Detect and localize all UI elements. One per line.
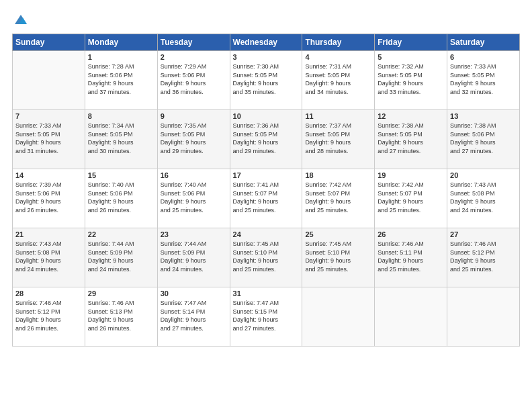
calendar-row: 28Sunrise: 7:46 AM Sunset: 5:12 PM Dayli… bbox=[13, 287, 520, 347]
calendar-cell: 23Sunrise: 7:44 AM Sunset: 5:09 PM Dayli… bbox=[157, 228, 230, 287]
day-number: 17 bbox=[233, 171, 300, 179]
day-number: 2 bbox=[161, 53, 227, 61]
calendar-cell: 9Sunrise: 7:35 AM Sunset: 5:05 PM Daylig… bbox=[157, 110, 230, 169]
day-number: 27 bbox=[450, 230, 517, 238]
calendar-cell: 28Sunrise: 7:46 AM Sunset: 5:12 PM Dayli… bbox=[13, 287, 85, 347]
calendar-cell: 4Sunrise: 7:31 AM Sunset: 5:05 PM Daylig… bbox=[302, 51, 375, 110]
day-number: 20 bbox=[450, 171, 517, 179]
cell-info: Sunrise: 7:30 AM Sunset: 5:05 PM Dayligh… bbox=[233, 62, 300, 96]
calendar-row: 7Sunrise: 7:33 AM Sunset: 5:05 PM Daylig… bbox=[13, 110, 520, 169]
calendar-cell: 15Sunrise: 7:40 AM Sunset: 5:06 PM Dayli… bbox=[85, 169, 157, 228]
weekday-header-sunday: Sunday bbox=[13, 34, 85, 51]
calendar-cell: 2Sunrise: 7:29 AM Sunset: 5:06 PM Daylig… bbox=[157, 51, 230, 110]
cell-info: Sunrise: 7:45 AM Sunset: 5:10 PM Dayligh… bbox=[233, 240, 300, 273]
weekday-header-wednesday: Wednesday bbox=[230, 34, 302, 51]
cell-info: Sunrise: 7:35 AM Sunset: 5:05 PM Dayligh… bbox=[161, 122, 227, 155]
day-number: 9 bbox=[161, 112, 227, 120]
cell-info: Sunrise: 7:46 AM Sunset: 5:11 PM Dayligh… bbox=[378, 240, 444, 273]
calendar-cell bbox=[302, 287, 375, 347]
calendar-cell: 25Sunrise: 7:45 AM Sunset: 5:10 PM Dayli… bbox=[302, 228, 375, 287]
calendar-cell: 27Sunrise: 7:46 AM Sunset: 5:12 PM Dayli… bbox=[447, 228, 520, 287]
calendar-cell: 13Sunrise: 7:38 AM Sunset: 5:06 PM Dayli… bbox=[447, 110, 520, 169]
day-number: 30 bbox=[161, 289, 227, 298]
cell-info: Sunrise: 7:33 AM Sunset: 5:05 PM Dayligh… bbox=[450, 62, 517, 96]
calendar-cell bbox=[375, 287, 447, 347]
cell-info: Sunrise: 7:43 AM Sunset: 5:08 PM Dayligh… bbox=[15, 240, 82, 273]
calendar-cell: 3Sunrise: 7:30 AM Sunset: 5:05 PM Daylig… bbox=[230, 51, 302, 110]
day-number: 7 bbox=[15, 112, 82, 120]
day-number: 25 bbox=[305, 230, 371, 238]
main-container: SundayMondayTuesdayWednesdayThursdayFrid… bbox=[0, 0, 532, 353]
calendar-cell: 12Sunrise: 7:38 AM Sunset: 5:05 PM Dayli… bbox=[375, 110, 447, 169]
cell-info: Sunrise: 7:42 AM Sunset: 5:07 PM Dayligh… bbox=[378, 181, 444, 214]
day-number: 31 bbox=[233, 289, 300, 298]
day-number: 23 bbox=[161, 230, 227, 238]
calendar-row: 14Sunrise: 7:39 AM Sunset: 5:06 PM Dayli… bbox=[13, 169, 520, 228]
cell-info: Sunrise: 7:46 AM Sunset: 5:12 PM Dayligh… bbox=[15, 299, 82, 332]
calendar-cell: 21Sunrise: 7:43 AM Sunset: 5:08 PM Dayli… bbox=[13, 228, 85, 287]
cell-info: Sunrise: 7:34 AM Sunset: 5:05 PM Dayligh… bbox=[88, 122, 154, 155]
day-number: 3 bbox=[233, 53, 300, 61]
day-number: 22 bbox=[88, 230, 154, 238]
weekday-header-tuesday: Tuesday bbox=[157, 34, 230, 51]
calendar-cell: 18Sunrise: 7:42 AM Sunset: 5:07 PM Dayli… bbox=[302, 169, 375, 228]
calendar-cell: 1Sunrise: 7:28 AM Sunset: 5:06 PM Daylig… bbox=[85, 51, 157, 110]
day-number: 10 bbox=[233, 112, 300, 120]
calendar-table: SundayMondayTuesdayWednesdayThursdayFrid… bbox=[12, 34, 520, 347]
calendar-cell: 19Sunrise: 7:42 AM Sunset: 5:07 PM Dayli… bbox=[375, 169, 447, 228]
weekday-header-monday: Monday bbox=[85, 34, 157, 51]
calendar-cell: 24Sunrise: 7:45 AM Sunset: 5:10 PM Dayli… bbox=[230, 228, 302, 287]
cell-info: Sunrise: 7:31 AM Sunset: 5:05 PM Dayligh… bbox=[305, 62, 371, 96]
cell-info: Sunrise: 7:42 AM Sunset: 5:07 PM Dayligh… bbox=[305, 181, 371, 214]
cell-info: Sunrise: 7:44 AM Sunset: 5:09 PM Dayligh… bbox=[88, 240, 154, 273]
day-number: 19 bbox=[378, 171, 444, 179]
day-number: 5 bbox=[378, 53, 444, 61]
cell-info: Sunrise: 7:47 AM Sunset: 5:15 PM Dayligh… bbox=[233, 299, 300, 332]
calendar-cell: 30Sunrise: 7:47 AM Sunset: 5:14 PM Dayli… bbox=[157, 287, 230, 347]
cell-info: Sunrise: 7:29 AM Sunset: 5:06 PM Dayligh… bbox=[161, 62, 227, 96]
weekday-header-row: SundayMondayTuesdayWednesdayThursdayFrid… bbox=[13, 34, 520, 51]
logo-text bbox=[12, 12, 28, 27]
day-number: 16 bbox=[161, 171, 227, 179]
calendar-row: 21Sunrise: 7:43 AM Sunset: 5:08 PM Dayli… bbox=[13, 228, 520, 287]
cell-info: Sunrise: 7:41 AM Sunset: 5:07 PM Dayligh… bbox=[233, 181, 300, 214]
calendar-cell: 14Sunrise: 7:39 AM Sunset: 5:06 PM Dayli… bbox=[13, 169, 85, 228]
cell-info: Sunrise: 7:33 AM Sunset: 5:05 PM Dayligh… bbox=[15, 122, 82, 155]
calendar-cell: 29Sunrise: 7:46 AM Sunset: 5:13 PM Dayli… bbox=[85, 287, 157, 347]
cell-info: Sunrise: 7:38 AM Sunset: 5:05 PM Dayligh… bbox=[378, 122, 444, 155]
calendar-row: 1Sunrise: 7:28 AM Sunset: 5:06 PM Daylig… bbox=[13, 51, 520, 110]
calendar-cell: 31Sunrise: 7:47 AM Sunset: 5:15 PM Dayli… bbox=[230, 287, 302, 347]
calendar-cell: 10Sunrise: 7:36 AM Sunset: 5:05 PM Dayli… bbox=[230, 110, 302, 169]
cell-info: Sunrise: 7:47 AM Sunset: 5:14 PM Dayligh… bbox=[161, 299, 227, 332]
day-number: 29 bbox=[88, 289, 154, 298]
cell-info: Sunrise: 7:32 AM Sunset: 5:05 PM Dayligh… bbox=[378, 62, 444, 96]
day-number: 26 bbox=[378, 230, 444, 238]
calendar-cell: 26Sunrise: 7:46 AM Sunset: 5:11 PM Dayli… bbox=[375, 228, 447, 287]
calendar-cell bbox=[13, 51, 85, 110]
cell-info: Sunrise: 7:39 AM Sunset: 5:06 PM Dayligh… bbox=[15, 181, 82, 214]
cell-info: Sunrise: 7:44 AM Sunset: 5:09 PM Dayligh… bbox=[161, 240, 227, 273]
day-number: 24 bbox=[233, 230, 300, 238]
cell-info: Sunrise: 7:43 AM Sunset: 5:08 PM Dayligh… bbox=[450, 181, 517, 214]
cell-info: Sunrise: 7:45 AM Sunset: 5:10 PM Dayligh… bbox=[305, 240, 371, 273]
calendar-cell: 17Sunrise: 7:41 AM Sunset: 5:07 PM Dayli… bbox=[230, 169, 302, 228]
calendar-cell: 16Sunrise: 7:40 AM Sunset: 5:06 PM Dayli… bbox=[157, 169, 230, 228]
weekday-header-saturday: Saturday bbox=[447, 34, 520, 51]
cell-info: Sunrise: 7:28 AM Sunset: 5:06 PM Dayligh… bbox=[88, 62, 154, 96]
weekday-header-friday: Friday bbox=[375, 34, 447, 51]
cell-info: Sunrise: 7:37 AM Sunset: 5:05 PM Dayligh… bbox=[305, 122, 371, 155]
day-number: 28 bbox=[15, 289, 82, 298]
day-number: 1 bbox=[88, 53, 154, 61]
day-number: 4 bbox=[305, 53, 371, 61]
calendar-cell: 6Sunrise: 7:33 AM Sunset: 5:05 PM Daylig… bbox=[447, 51, 520, 110]
logo bbox=[12, 12, 28, 27]
cell-info: Sunrise: 7:40 AM Sunset: 5:06 PM Dayligh… bbox=[161, 181, 227, 214]
header bbox=[12, 12, 520, 27]
cell-info: Sunrise: 7:46 AM Sunset: 5:13 PM Dayligh… bbox=[88, 299, 154, 332]
cell-info: Sunrise: 7:36 AM Sunset: 5:05 PM Dayligh… bbox=[233, 122, 300, 155]
day-number: 13 bbox=[450, 112, 517, 120]
day-number: 18 bbox=[305, 171, 371, 179]
calendar-cell: 8Sunrise: 7:34 AM Sunset: 5:05 PM Daylig… bbox=[85, 110, 157, 169]
cell-info: Sunrise: 7:40 AM Sunset: 5:06 PM Dayligh… bbox=[88, 181, 154, 214]
day-number: 12 bbox=[378, 112, 444, 120]
